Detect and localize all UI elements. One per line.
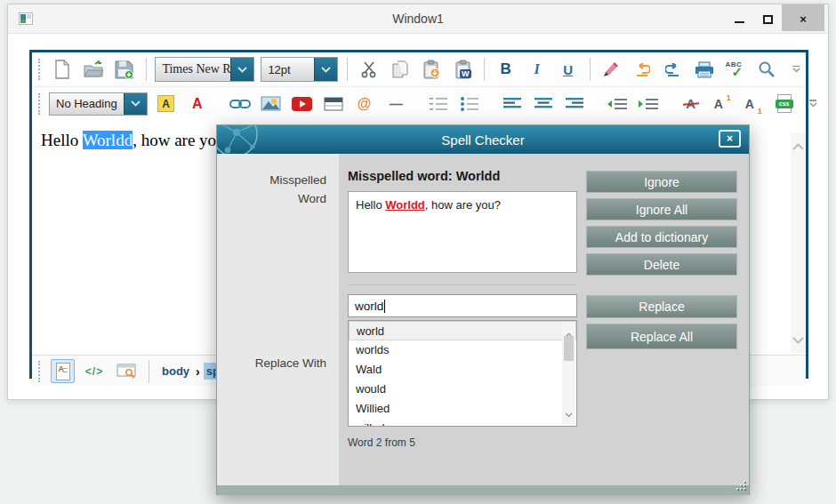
spellcheck-icon: ABC ✓ bbox=[725, 60, 746, 79]
spellcheck-button[interactable]: ABC ✓ bbox=[723, 56, 748, 83]
delete-button[interactable]: Delete bbox=[586, 253, 737, 276]
bullet-list-icon bbox=[460, 96, 479, 112]
misspelled-word-label: Misspelled Word bbox=[246, 172, 326, 209]
paste-button[interactable] bbox=[419, 56, 444, 83]
outdent-icon bbox=[607, 97, 628, 111]
bullet-list-button[interactable] bbox=[457, 91, 482, 117]
ordered-list-button[interactable] bbox=[426, 91, 451, 117]
toolbar-overflow-button[interactable] bbox=[792, 66, 800, 74]
minimize-button[interactable] bbox=[725, 4, 753, 31]
heading-style-value: No Heading bbox=[50, 93, 124, 115]
paste-from-word-button[interactable]: W bbox=[450, 56, 475, 83]
add-to-dictionary-button[interactable]: Add to dictionary bbox=[586, 226, 737, 248]
insert-mention-button[interactable]: @ bbox=[352, 91, 377, 117]
maximize-button[interactable] bbox=[753, 4, 782, 31]
ignore-all-button[interactable]: Ignore All bbox=[586, 198, 737, 220]
superscript-button[interactable]: A1 bbox=[710, 91, 735, 117]
subscript-button[interactable]: A1 bbox=[741, 91, 766, 117]
at-icon: @ bbox=[358, 96, 372, 112]
scroll-up-icon[interactable] bbox=[792, 138, 804, 154]
list-scrollbar[interactable] bbox=[562, 322, 575, 425]
scroll-down-icon[interactable] bbox=[792, 332, 804, 348]
breadcrumb-item-body[interactable]: body bbox=[159, 363, 192, 380]
design-view-button[interactable]: A bbox=[51, 359, 75, 383]
align-left-icon bbox=[503, 97, 521, 111]
open-file-button[interactable] bbox=[81, 56, 106, 83]
cut-button[interactable] bbox=[357, 56, 382, 83]
toolbar-overflow-button[interactable] bbox=[809, 100, 817, 108]
new-document-icon bbox=[54, 60, 70, 79]
resize-grip[interactable] bbox=[736, 478, 746, 494]
context-textbox[interactable]: Hello Worldd, how are you? bbox=[348, 191, 577, 273]
insert-table-button[interactable] bbox=[321, 91, 346, 117]
editor-scrollbar[interactable] bbox=[791, 132, 806, 353]
align-center-button[interactable] bbox=[531, 91, 556, 117]
code-view-button[interactable]: </> bbox=[82, 358, 107, 385]
subscript-icon: A1 bbox=[745, 97, 761, 111]
dialog-sidebar: Misspelled Word Replace With bbox=[217, 154, 339, 485]
table-icon bbox=[324, 97, 343, 111]
ignore-button[interactable]: Ignore bbox=[586, 171, 737, 193]
suggestion-item[interactable]: worlds bbox=[349, 340, 576, 360]
replace-button[interactable]: Replace bbox=[586, 295, 737, 318]
redo-button[interactable] bbox=[661, 56, 686, 83]
window-controls: × bbox=[725, 4, 824, 34]
desktop: Window1 × Times New Rom bbox=[0, 0, 836, 504]
save-button[interactable] bbox=[112, 56, 137, 83]
bold-icon: B bbox=[501, 60, 511, 78]
scroll-down-icon[interactable] bbox=[565, 405, 573, 421]
font-color-button[interactable]: A bbox=[185, 91, 210, 117]
edit-css-button[interactable]: css bbox=[772, 91, 797, 117]
heading-style-select[interactable]: No Heading bbox=[49, 92, 148, 116]
dialog-header[interactable]: Spell Checker × bbox=[217, 125, 749, 154]
format-painter-button[interactable] bbox=[599, 56, 623, 83]
copy-button[interactable] bbox=[388, 56, 413, 83]
strikethrough-icon: A bbox=[686, 96, 695, 111]
toolbar-grip[interactable] bbox=[38, 93, 40, 115]
misspelled-word: Worldd bbox=[385, 198, 425, 212]
insert-image-button[interactable] bbox=[259, 91, 284, 117]
italic-button[interactable]: I bbox=[525, 56, 550, 83]
horizontal-rule-button[interactable]: — bbox=[383, 91, 408, 117]
search-button[interactable] bbox=[754, 56, 779, 83]
selected-text: Worldd bbox=[83, 131, 133, 149]
align-right-button[interactable] bbox=[562, 91, 587, 117]
scissors-icon bbox=[360, 60, 378, 78]
suggestion-item[interactable]: world bbox=[349, 321, 576, 340]
css-icon: css bbox=[776, 94, 793, 114]
preview-icon bbox=[117, 364, 136, 379]
font-size-select[interactable]: 12pt bbox=[261, 57, 338, 82]
insert-link-button[interactable] bbox=[228, 91, 253, 117]
underline-button[interactable]: U bbox=[556, 56, 581, 83]
font-family-select[interactable]: Times New Rom bbox=[155, 57, 254, 82]
dialog-footer bbox=[217, 485, 749, 495]
insert-video-button[interactable] bbox=[290, 91, 315, 117]
replace-all-button[interactable]: Replace All bbox=[586, 324, 737, 349]
title-bar[interactable]: Window1 × bbox=[8, 4, 828, 34]
toolbar-grip[interactable] bbox=[38, 361, 41, 382]
design-view-icon: A bbox=[56, 363, 70, 380]
dialog-close-button[interactable]: × bbox=[719, 130, 741, 148]
suggestion-item[interactable]: Wald bbox=[349, 360, 576, 380]
undo-button[interactable] bbox=[630, 56, 655, 83]
align-left-button[interactable] bbox=[500, 91, 525, 117]
print-button[interactable] bbox=[692, 56, 717, 83]
app-icon bbox=[19, 12, 33, 25]
chevron-down-icon bbox=[792, 68, 800, 73]
bold-button[interactable]: B bbox=[494, 56, 518, 83]
maximize-icon bbox=[763, 15, 773, 24]
preview-button[interactable] bbox=[114, 358, 139, 385]
suggestion-item[interactable]: willed bbox=[349, 419, 576, 427]
replace-input[interactable]: world bbox=[348, 294, 577, 317]
strikethrough-button[interactable]: A bbox=[679, 91, 703, 117]
indent-button[interactable] bbox=[636, 91, 661, 117]
suggestion-item[interactable]: Willied bbox=[349, 399, 576, 419]
new-document-button[interactable] bbox=[50, 56, 75, 83]
suggestions-list[interactable]: world worlds Wald would Willied willed bbox=[348, 320, 577, 427]
close-button[interactable]: × bbox=[782, 4, 824, 31]
suggestion-item[interactable]: would bbox=[349, 380, 576, 399]
toolbar-grip[interactable] bbox=[38, 59, 41, 80]
scroll-thumb[interactable] bbox=[564, 336, 574, 361]
outdent-button[interactable] bbox=[605, 91, 630, 117]
highlight-color-button[interactable]: A bbox=[154, 91, 179, 117]
